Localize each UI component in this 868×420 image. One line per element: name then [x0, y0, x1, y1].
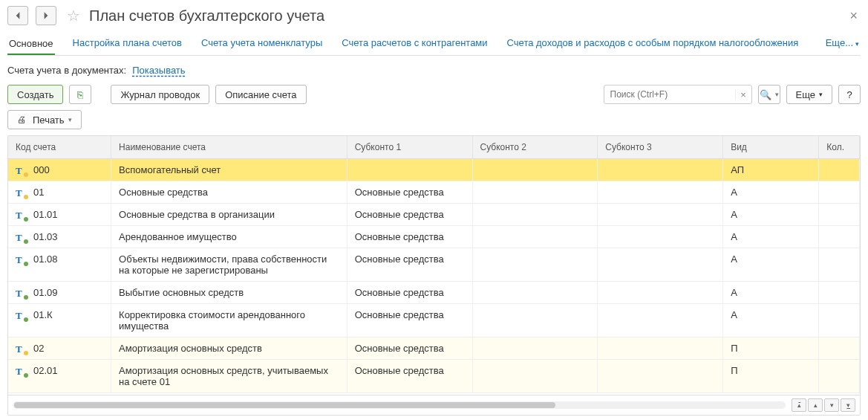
nav-back-button[interactable]: [7, 6, 28, 25]
sub1-cell: Основные средства: [347, 282, 473, 303]
vid-cell: А: [723, 226, 819, 248]
th-name[interactable]: Наименование счета: [111, 136, 347, 158]
sub2-cell: [473, 337, 598, 359]
name-cell: Основные средства: [111, 181, 347, 203]
sub1-cell: Основные средства: [347, 181, 473, 203]
scroll-down-button[interactable]: ▾: [824, 398, 839, 412]
sub2-cell: [473, 226, 598, 248]
code-cell: 01.01: [33, 209, 58, 220]
print-button[interactable]: Печать: [7, 110, 82, 129]
tab-more[interactable]: Еще...: [824, 33, 861, 53]
code-cell: 02: [33, 343, 44, 354]
name-cell: Амортизация основных средств: [111, 337, 347, 359]
scroll-bottom-button[interactable]: ▾̲: [841, 398, 855, 412]
sub1-cell: Основные средства: [347, 248, 473, 281]
journal-button[interactable]: Журнал проводок: [111, 85, 209, 104]
tab-plan-setup[interactable]: Настройка плана счетов: [71, 33, 183, 53]
close-button[interactable]: ×: [846, 8, 861, 24]
kol-cell: [819, 304, 860, 337]
docs-label: Счета учета в документах:: [7, 65, 126, 76]
sub1-cell: Основные средства: [347, 226, 473, 248]
table-row[interactable]: T01Основные средстваОсновные средстваА: [8, 181, 860, 204]
name-cell: Корректировка стоимости арендованного им…: [111, 304, 347, 337]
table-row[interactable]: T01.03Арендованное имуществоОсновные сре…: [8, 226, 860, 248]
sub3-cell: [598, 181, 723, 203]
table-row[interactable]: T01.08Объекты недвижимости, права собств…: [8, 248, 860, 282]
vid-cell: П: [723, 337, 819, 359]
horizontal-scrollbar[interactable]: [13, 401, 786, 409]
table-row[interactable]: T02.01Амортизация основных средств, учит…: [8, 360, 860, 393]
kol-cell: [819, 204, 860, 225]
docs-toggle-link[interactable]: Показывать: [132, 65, 185, 76]
sub3-cell: [598, 159, 723, 181]
sub2-cell: [473, 282, 598, 303]
table-row[interactable]: T01.01Основные средства в организацииОсн…: [8, 204, 860, 226]
name-cell: Вспомогательный счет: [111, 159, 347, 181]
tabs-row: Основное Настройка плана счетов Счета уч…: [7, 33, 861, 56]
account-icon: T: [16, 343, 26, 354]
vid-cell: П: [723, 360, 819, 392]
account-icon: T: [16, 165, 26, 175]
sub1-cell: [347, 159, 473, 181]
description-button[interactable]: Описание счета: [215, 85, 306, 104]
table-row[interactable]: T02Амортизация основных средствОсновные …: [8, 337, 860, 360]
vid-cell: А: [723, 282, 819, 303]
vid-cell: А: [723, 248, 819, 281]
vid-cell: АП: [723, 159, 819, 181]
account-icon: T: [16, 254, 26, 265]
tab-nomenclature[interactable]: Счета учета номенклатуры: [200, 33, 324, 53]
scroll-top-button[interactable]: ▴̄: [792, 398, 806, 412]
account-icon: T: [16, 210, 26, 220]
sub3-cell: [598, 282, 723, 303]
kol-cell: [819, 360, 860, 392]
name-cell: Выбытие основных средств: [111, 282, 347, 303]
create-button[interactable]: Создать: [7, 85, 63, 104]
table-row[interactable]: T000Вспомогательный счетАП: [8, 159, 860, 181]
code-cell: 01.К: [33, 309, 53, 320]
th-sub1[interactable]: Субконто 1: [347, 136, 473, 158]
help-button[interactable]: ?: [838, 85, 861, 104]
code-cell: 01.08: [33, 253, 58, 265]
sub1-cell: Основные средства: [347, 304, 473, 337]
kol-cell: [819, 337, 860, 359]
name-cell: Объекты недвижимости, права собственност…: [111, 248, 347, 281]
toolbar-more-button[interactable]: Еще: [786, 85, 832, 104]
th-sub2[interactable]: Субконто 2: [473, 136, 598, 158]
kol-cell: [819, 282, 860, 303]
code-cell: 01.03: [33, 231, 58, 242]
copy-button[interactable]: ⎘: [69, 85, 91, 104]
table-row[interactable]: T01.09Выбытие основных средствОсновные с…: [8, 282, 860, 304]
sub2-cell: [473, 159, 598, 181]
code-cell: 000: [33, 164, 50, 175]
kol-cell: [819, 159, 860, 181]
account-icon: T: [16, 232, 26, 242]
code-cell: 01.09: [33, 287, 58, 298]
account-icon: T: [16, 187, 26, 198]
account-icon: T: [16, 288, 26, 298]
sub3-cell: [598, 360, 723, 392]
sub2-cell: [473, 204, 598, 225]
tab-income[interactable]: Счета доходов и расходов с особым порядк…: [506, 33, 800, 53]
table-row[interactable]: T01.ККорректировка стоимости арендованно…: [8, 304, 860, 337]
vid-cell: А: [723, 181, 819, 203]
kol-cell: [819, 226, 860, 248]
accounts-table: Код счета Наименование счета Субконто 1 …: [7, 135, 861, 416]
tab-main[interactable]: Основное: [7, 33, 55, 55]
vid-cell: А: [723, 204, 819, 225]
search-dropdown-button[interactable]: 🔍: [758, 85, 780, 104]
search-input-wrap: ×: [604, 85, 752, 104]
tab-counteragents[interactable]: Счета расчетов с контрагентами: [340, 33, 489, 53]
sub3-cell: [598, 204, 723, 225]
th-kol[interactable]: Кол.: [819, 136, 860, 158]
favorite-star-icon[interactable]: ☆: [67, 7, 80, 25]
sub1-cell: Основные средства: [347, 337, 473, 359]
sub1-cell: Основные средства: [347, 204, 473, 225]
search-clear-button[interactable]: ×: [735, 89, 751, 100]
th-code[interactable]: Код счета: [8, 136, 111, 158]
th-sub3[interactable]: Субконто 3: [598, 136, 723, 158]
search-input[interactable]: [604, 89, 735, 100]
sub2-cell: [473, 181, 598, 203]
th-vid[interactable]: Вид: [723, 136, 819, 158]
nav-forward-button[interactable]: [36, 6, 56, 25]
scroll-up-button[interactable]: ▴: [808, 398, 823, 412]
